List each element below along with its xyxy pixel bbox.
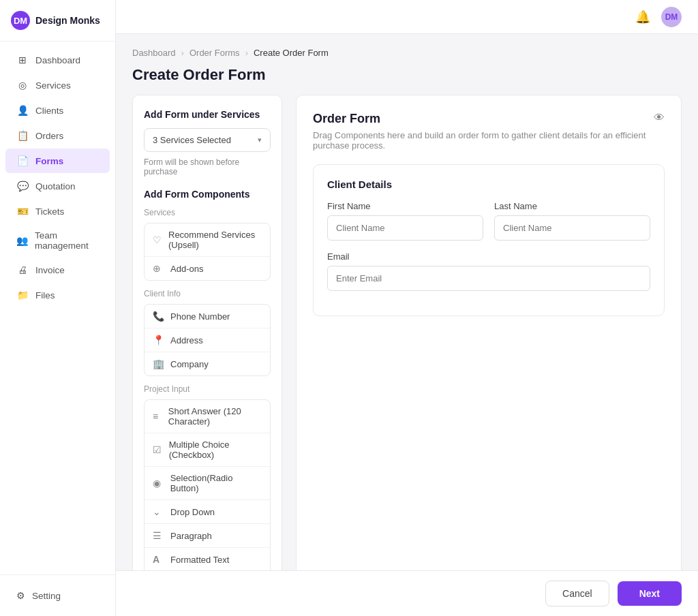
sidebar-item-tickets[interactable]: 🎫 Tickets [5, 199, 110, 224]
breadcrumb-sep-2: › [245, 48, 248, 58]
sidebar-item-files[interactable]: 📁 Files [5, 283, 110, 307]
orders-icon: 📋 [16, 129, 29, 142]
component-recommend-services[interactable]: ♡ Recommend Services (Upsell) [145, 224, 270, 257]
sidebar-item-dashboard[interactable]: ⊞ Dashboard [5, 48, 110, 72]
component-label: Add-ons [170, 264, 203, 274]
team-icon: 👥 [16, 234, 28, 247]
sidebar-item-team[interactable]: 👥 Team management [5, 224, 110, 257]
page-area: Dashboard › Order Forms › Create Order F… [116, 34, 698, 570]
first-name-input[interactable] [327, 215, 483, 241]
component-label: Drop Down [170, 507, 215, 517]
component-label: Formatted Text [170, 555, 229, 565]
sidebar-item-label: Team management [35, 230, 99, 251]
address-icon: 📍 [153, 335, 164, 345]
last-name-label: Last Name [494, 201, 650, 211]
checkbox-icon: ☑ [153, 444, 162, 455]
sidebar-item-forms[interactable]: 📄 Forms [5, 149, 110, 173]
component-label: Phone Number [170, 311, 230, 322]
component-label: Company [170, 359, 209, 369]
component-label: Selection(Radio Button) [170, 473, 262, 493]
paragraph-icon: ☰ [153, 530, 164, 541]
form-note: Form will be shown before purchase [144, 157, 271, 176]
sidebar-item-label: Services [35, 80, 71, 91]
avatar[interactable]: DM [661, 7, 682, 27]
component-paragraph[interactable]: ☰ Paragraph [145, 524, 270, 548]
component-dropdown[interactable]: ⌄ Drop Down [145, 500, 270, 524]
tickets-icon: 🎫 [16, 205, 29, 217]
email-field: Email [327, 251, 650, 291]
addons-icon: ⊕ [153, 263, 164, 274]
page-title: Create Order Form [132, 66, 682, 84]
breadcrumb-current: Create Order Form [254, 48, 329, 58]
sidebar-item-services[interactable]: ◎ Services [5, 73, 110, 97]
next-button[interactable]: Next [618, 581, 682, 606]
setting-label: Setting [32, 591, 61, 601]
component-address[interactable]: 📍 Address [145, 328, 270, 352]
chevron-down-icon: ▾ [258, 136, 262, 144]
left-panel: Add Form under Services 3 Services Selec… [132, 95, 282, 570]
components-title: Add Form Components [144, 189, 271, 200]
order-form-header: Order Form 👁 [313, 112, 665, 126]
forms-icon: 📄 [16, 155, 29, 167]
eye-icon[interactable]: 👁 [654, 112, 665, 124]
add-form-title: Add Form under Services [144, 109, 271, 120]
first-name-field: First Name [327, 201, 483, 241]
sidebar-item-label: Forms [35, 156, 63, 166]
bottom-bar: Cancel Next [116, 570, 698, 616]
component-formatted-text[interactable]: A Formatted Text [145, 548, 270, 570]
email-label: Email [327, 251, 650, 262]
sidebar-item-clients[interactable]: 👤 Clients [5, 98, 110, 123]
sidebar-item-label: Files [35, 290, 55, 301]
app-name: Design Monks [35, 15, 100, 26]
content-row: Add Form under Services 3 Services Selec… [132, 95, 682, 570]
sidebar-bottom: ⚙ Setting [0, 574, 115, 616]
client-details-title: Client Details [327, 179, 650, 190]
short-answer-icon: ≡ [153, 411, 162, 422]
component-label: Recommend Services (Upsell) [168, 230, 262, 250]
sidebar-nav: ⊞ Dashboard ◎ Services 👤 Clients 📋 Order… [0, 42, 115, 574]
sidebar-item-label: Quotation [35, 181, 76, 191]
invoice-icon: 🖨 [16, 264, 29, 276]
group-label-client-info: Client Info [144, 289, 271, 298]
component-multiple-choice[interactable]: ☑ Multiple Choice (Checkbox) [145, 433, 270, 467]
breadcrumb-order-forms[interactable]: Order Forms [189, 48, 240, 58]
component-selection-radio[interactable]: ◉ Selection(Radio Button) [145, 467, 270, 500]
component-company[interactable]: 🏢 Company [145, 352, 270, 375]
sidebar-item-label: Clients [35, 106, 63, 116]
notifications-icon[interactable]: 🔔 [635, 10, 650, 25]
quotation-icon: 💬 [16, 180, 29, 192]
group-label-services: Services [144, 208, 271, 217]
sidebar-item-quotation[interactable]: 💬 Quotation [5, 174, 110, 198]
sidebar-item-label: Invoice [35, 265, 65, 275]
right-panel: Order Form 👁 Drag Components here and bu… [296, 95, 682, 570]
group-label-project-input: Project Input [144, 384, 271, 394]
component-label: Multiple Choice (Checkbox) [169, 440, 262, 460]
component-addons[interactable]: ⊕ Add-ons [145, 257, 270, 280]
cancel-button[interactable]: Cancel [545, 581, 609, 606]
last-name-input[interactable] [494, 215, 650, 241]
breadcrumb-sep: › [181, 48, 184, 58]
sidebar-item-invoice[interactable]: 🖨 Invoice [5, 258, 110, 282]
first-name-label: First Name [327, 201, 483, 211]
sidebar-item-label: Orders [35, 131, 63, 141]
form-row-email: Email [327, 251, 650, 291]
component-label: Address [170, 335, 203, 345]
component-group-project-input: ≡ Short Answer (120 Character) ☑ Multipl… [144, 399, 271, 570]
breadcrumb-dashboard[interactable]: Dashboard [132, 48, 176, 58]
sidebar-item-orders[interactable]: 📋 Orders [5, 123, 110, 148]
sidebar-item-setting[interactable]: ⚙ Setting [11, 586, 104, 605]
email-input[interactable] [327, 266, 650, 291]
order-form-description: Drag Components here and build an order … [313, 130, 665, 151]
component-short-answer[interactable]: ≡ Short Answer (120 Character) [145, 400, 270, 433]
sidebar-item-label: Dashboard [35, 55, 80, 65]
component-phone-number[interactable]: 📞 Phone Number [145, 305, 270, 328]
component-group-services: ♡ Recommend Services (Upsell) ⊕ Add-ons [144, 223, 271, 281]
component-label: Paragraph [170, 531, 212, 541]
company-icon: 🏢 [153, 358, 164, 369]
setting-icon: ⚙ [16, 590, 25, 601]
top-bar: 🔔 DM [116, 0, 698, 34]
radio-icon: ◉ [153, 478, 164, 489]
services-dropdown[interactable]: 3 Services Selected ▾ [144, 128, 271, 152]
recommend-icon: ♡ [153, 234, 162, 245]
dashboard-icon: ⊞ [16, 54, 29, 66]
